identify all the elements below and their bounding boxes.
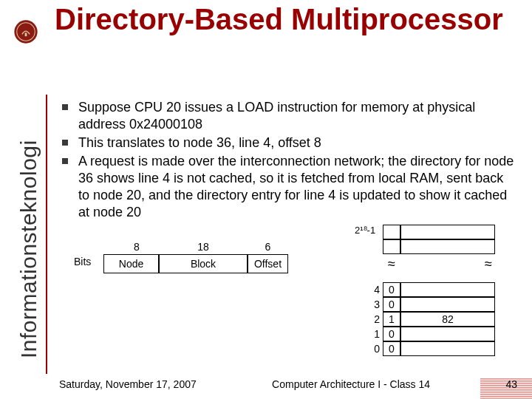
directory-index: 4 [368,284,380,296]
university-logo [13,19,38,44]
directory-index: 2 [368,313,380,325]
bullet-item: This translates to node 36, line 4, offs… [59,134,517,151]
diagram: Bits 8 18 6 Node Block Offset 2¹⁸-1 ≈ ≈ … [74,228,510,361]
directory-valid: 0 [383,341,400,356]
directory-node [400,297,495,312]
break-mark-icon: ≈ [388,260,395,267]
footer: Saturday, November 17, 2007 Computer Arc… [59,378,517,390]
directory-index: 1 [368,328,380,340]
bits-width-node: 8 [115,241,159,253]
bits-width-offset: 6 [248,241,288,253]
footer-course: Computer Architecture I - Class 14 [272,378,430,390]
directory-valid-top2 [383,239,400,254]
directory-valid: 0 [383,327,400,341]
addr-field-node: Node [103,254,159,273]
svg-rect-2 [25,33,27,36]
directory-index: 3 [368,299,380,310]
sidebar-label: Informationsteknologi [16,140,41,358]
bits-width-block: 18 [159,241,248,253]
addr-field-offset: Offset [248,254,288,273]
directory-node: 82 [400,312,495,327]
divider-vertical [46,95,47,374]
directory-valid: 0 [383,282,400,297]
directory-node-top [400,225,495,239]
page-title: Directory-Based Multiprocessor [55,3,517,35]
break-mark-icon: ≈ [485,260,492,267]
footer-date: Saturday, November 17, 2007 [59,378,197,390]
addr-field-block: Block [159,254,248,273]
slide: Directory-Based Multiprocessor Informati… [0,0,532,399]
bits-label: Bits [74,256,91,267]
directory-top-label: 2¹⁸-1 [355,225,375,236]
directory-valid-top [383,225,400,239]
directory-node-top2 [400,239,495,254]
directory-valid: 1 [383,312,400,327]
svg-point-0 [14,20,37,43]
directory-node [400,341,495,356]
bullet-item: A request is made over the interconnecti… [59,153,517,221]
bullet-item: Suppose CPU 20 issues a LOAD instruction… [59,99,517,133]
directory-index: 0 [368,343,380,355]
directory-valid: 0 [383,297,400,312]
bullet-list: Suppose CPU 20 issues a LOAD instruction… [59,99,517,222]
directory-node [400,282,495,297]
directory-node [400,327,495,341]
footer-page: 43 [505,378,517,390]
